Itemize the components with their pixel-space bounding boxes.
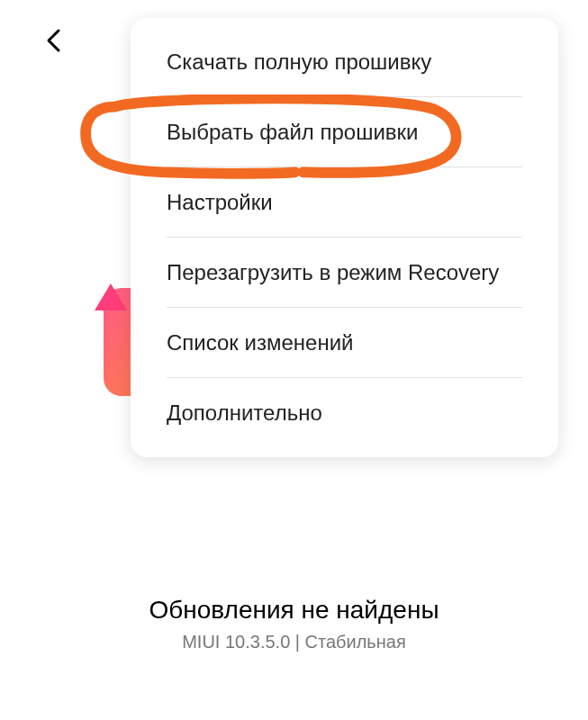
menu-item-choose-file[interactable]: Выбрать файл прошивки (131, 97, 558, 167)
logo-triangle-decoration (95, 284, 127, 310)
options-menu: Скачать полную прошивку Выбрать файл про… (131, 18, 558, 457)
menu-item-changelog[interactable]: Список изменений (131, 308, 558, 378)
menu-item-reboot-recovery[interactable]: Перезагрузить в режим Recovery (131, 238, 558, 308)
update-status: Обновления не найдены MIUI 10.3.5.0 | Ст… (0, 596, 588, 652)
menu-item-label: Дополнительно (167, 400, 322, 425)
menu-item-label: Скачать полную прошивку (167, 50, 431, 74)
status-title: Обновления не найдены (0, 596, 588, 625)
status-subtitle: MIUI 10.3.5.0 | Стабильная (0, 632, 588, 652)
menu-item-label: Перезагрузить в режим Recovery (167, 260, 499, 284)
menu-item-label: Настройки (167, 190, 273, 214)
back-button[interactable] (41, 27, 68, 54)
menu-item-label: Выбрать файл прошивки (167, 120, 419, 144)
menu-item-additional[interactable]: Дополнительно (131, 378, 558, 448)
menu-item-download-full[interactable]: Скачать полную прошивку (131, 27, 558, 97)
menu-item-label: Список изменений (167, 330, 353, 355)
menu-item-settings[interactable]: Настройки (131, 167, 558, 238)
chevron-left-icon (45, 28, 63, 53)
